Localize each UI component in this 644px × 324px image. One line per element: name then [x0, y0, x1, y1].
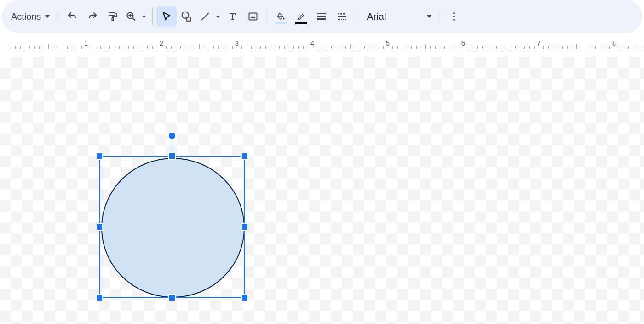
font-name-label: Arial	[367, 11, 386, 22]
ruler-tick	[369, 46, 369, 49]
ruler-tick	[477, 46, 478, 49]
fill-color-button[interactable]	[271, 6, 291, 27]
zoom-button[interactable]	[123, 6, 139, 27]
border-weight-button[interactable]	[311, 6, 332, 27]
horizontal-ruler[interactable]: 12345678	[0, 33, 644, 49]
ruler-tick	[341, 46, 341, 49]
resize-handle-e[interactable]	[241, 223, 248, 231]
border-color-button[interactable]	[291, 6, 311, 27]
ruler-tick	[247, 46, 247, 49]
more-options-button[interactable]	[444, 6, 464, 27]
ruler-tick	[275, 45, 275, 49]
svg-point-22	[453, 16, 455, 17]
ruler-tick	[567, 46, 568, 49]
toolbar: Actions	[2, 0, 642, 33]
ruler-tick	[529, 46, 530, 49]
undo-button[interactable]	[62, 6, 82, 27]
ruler-tick	[543, 46, 544, 49]
ruler-tick	[284, 46, 285, 49]
ruler-tick	[138, 46, 138, 49]
ruler-number: 3	[235, 39, 239, 47]
ruler-tick	[364, 46, 365, 49]
svg-rect-18	[341, 19, 342, 20]
ruler-tick	[48, 45, 49, 49]
actions-menu[interactable]: Actions	[6, 6, 54, 27]
zoom-dropdown[interactable]	[142, 16, 146, 18]
select-tool-button[interactable]	[156, 6, 177, 27]
resize-handle-ne[interactable]	[241, 152, 248, 160]
actions-menu-label: Actions	[11, 12, 43, 22]
ruler-tick	[105, 46, 105, 49]
resize-handle-se[interactable]	[241, 294, 248, 301]
ruler-tick	[143, 46, 143, 49]
resize-handle-sw[interactable]	[96, 294, 103, 301]
text-box-button[interactable]	[223, 6, 243, 27]
ruler-tick	[147, 46, 148, 49]
ruler-tick	[293, 46, 294, 49]
resize-handle-s[interactable]	[168, 294, 176, 301]
ruler-tick	[379, 46, 379, 49]
line-tool-button[interactable]	[197, 6, 213, 27]
ruler-tick	[228, 46, 228, 49]
separator	[58, 8, 58, 25]
image-icon	[247, 11, 259, 22]
svg-rect-12	[338, 13, 339, 15]
ruler-tick	[331, 46, 332, 49]
ruler-tick	[15, 46, 16, 49]
ruler-tick	[534, 46, 535, 49]
ruler-tick	[572, 46, 572, 49]
ruler-tick	[454, 46, 454, 49]
ruler-tick	[29, 46, 30, 49]
ruler-tick	[610, 46, 610, 49]
line-weight-icon	[316, 11, 327, 22]
ruler-number: 6	[461, 39, 465, 47]
ruler-tick	[383, 46, 384, 49]
ruler-tick	[124, 45, 124, 49]
ruler-tick	[440, 46, 440, 49]
ruler-tick	[34, 46, 34, 49]
ruler-tick	[91, 46, 91, 49]
chevron-down-icon	[45, 15, 50, 18]
ruler-tick	[360, 46, 360, 49]
ruler-tick	[289, 46, 289, 49]
ruler-tick	[58, 46, 58, 49]
shape-tool-button[interactable]	[177, 6, 197, 27]
ruler-tick	[411, 46, 412, 49]
ruler-tick	[581, 46, 581, 49]
cursor-icon	[161, 11, 172, 22]
canvas[interactable]	[0, 57, 644, 324]
svg-rect-16	[338, 19, 339, 20]
ruler-tick	[327, 46, 327, 49]
border-dash-button[interactable]	[332, 6, 352, 27]
paint-format-button[interactable]	[103, 6, 123, 27]
ruler-tick	[298, 46, 299, 49]
ruler-tick	[548, 46, 549, 49]
ruler-tick	[204, 46, 204, 49]
line-dropdown[interactable]	[216, 16, 220, 18]
ruler-tick	[180, 46, 181, 49]
resize-handle-n[interactable]	[168, 152, 176, 160]
ruler-tick	[242, 46, 242, 49]
text-icon	[227, 11, 238, 22]
ruler-tick	[251, 46, 252, 49]
ruler-tick	[506, 46, 506, 49]
resize-handle-nw[interactable]	[96, 152, 103, 160]
ruler-tick	[81, 46, 82, 49]
redo-button[interactable]	[82, 6, 103, 27]
ruler-tick	[633, 46, 633, 49]
ruler-tick	[430, 46, 431, 49]
font-picker[interactable]: Arial	[360, 6, 436, 27]
svg-rect-19	[343, 19, 344, 20]
ruler-tick	[176, 46, 176, 49]
ruler-tick	[638, 46, 638, 49]
ruler-tick	[223, 46, 223, 49]
paint-roller-icon	[107, 11, 118, 22]
insert-image-button[interactable]	[243, 6, 263, 27]
rotation-handle[interactable]	[168, 132, 176, 140]
svg-rect-0	[109, 12, 115, 15]
ruler-tick	[260, 46, 261, 49]
line-dash-icon	[336, 11, 347, 22]
ruler-tick	[449, 46, 449, 49]
ruler-tick	[166, 46, 167, 49]
resize-handle-w[interactable]	[96, 223, 103, 231]
